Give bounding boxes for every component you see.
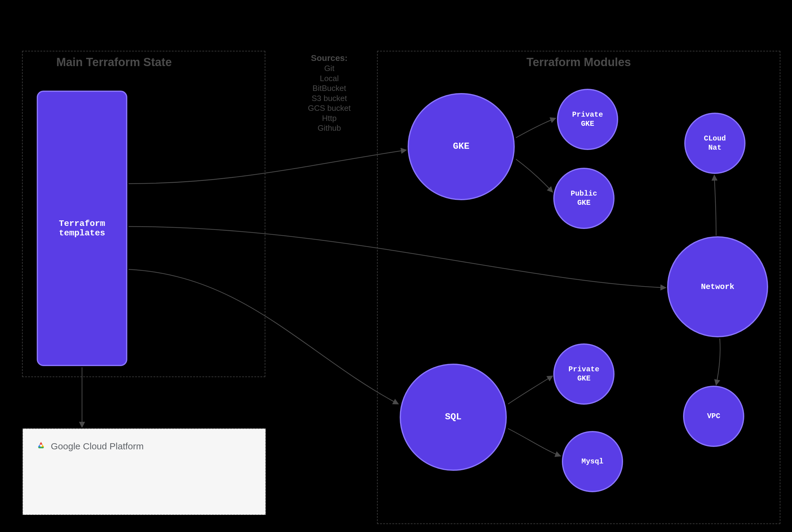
sources-item: S3 bucket bbox=[293, 93, 366, 103]
terraform-templates-label: Terraform templates bbox=[59, 219, 105, 238]
private-gke2-label: Private GKE bbox=[568, 365, 599, 383]
sources-item: Git bbox=[293, 63, 366, 74]
terraform-templates-node: Terraform templates bbox=[37, 91, 127, 366]
mysql-node: Mysql bbox=[562, 431, 623, 492]
sources-item: Local bbox=[293, 74, 366, 83]
modules-title: Terraform Modules bbox=[526, 56, 631, 69]
private-gke-label: Private GKE bbox=[572, 110, 603, 129]
gcp-logo-icon bbox=[36, 440, 46, 453]
main-state-title: Main Terraform State bbox=[56, 56, 172, 69]
private-gke2-node: Private GKE bbox=[553, 343, 615, 405]
sql-node: SQL bbox=[400, 364, 507, 471]
sources-item: GCS bucket bbox=[293, 103, 366, 113]
network-node: Network bbox=[667, 236, 768, 337]
gke-node: GKE bbox=[408, 93, 515, 200]
cloud-nat-node: CLoud Nat bbox=[684, 113, 746, 174]
network-label: Network bbox=[701, 282, 734, 292]
sources-item: BitBucket bbox=[293, 83, 366, 93]
sources-item: Github bbox=[293, 123, 366, 133]
gke-label: GKE bbox=[453, 141, 469, 152]
vpc-label: VPC bbox=[707, 412, 720, 421]
sources-item: Http bbox=[293, 113, 366, 124]
gcp-rest: Cloud Platform bbox=[83, 441, 143, 451]
mysql-label: Mysql bbox=[581, 457, 603, 466]
sql-label: SQL bbox=[445, 412, 462, 423]
sources-block: Sources: Git Local BitBucket S3 bucket G… bbox=[293, 53, 366, 133]
public-gke-label: Public GKE bbox=[571, 189, 597, 208]
private-gke-node: Private GKE bbox=[557, 89, 618, 150]
gcp-label: Google Cloud Platform bbox=[36, 440, 253, 453]
vpc-node: VPC bbox=[683, 386, 744, 447]
public-gke-node: Public GKE bbox=[553, 168, 615, 229]
gcp-brand: Google bbox=[51, 441, 80, 451]
gcp-box: Google Cloud Platform bbox=[23, 429, 266, 515]
cloud-nat-label: CLoud Nat bbox=[704, 134, 726, 152]
sources-heading: Sources: bbox=[293, 53, 366, 63]
